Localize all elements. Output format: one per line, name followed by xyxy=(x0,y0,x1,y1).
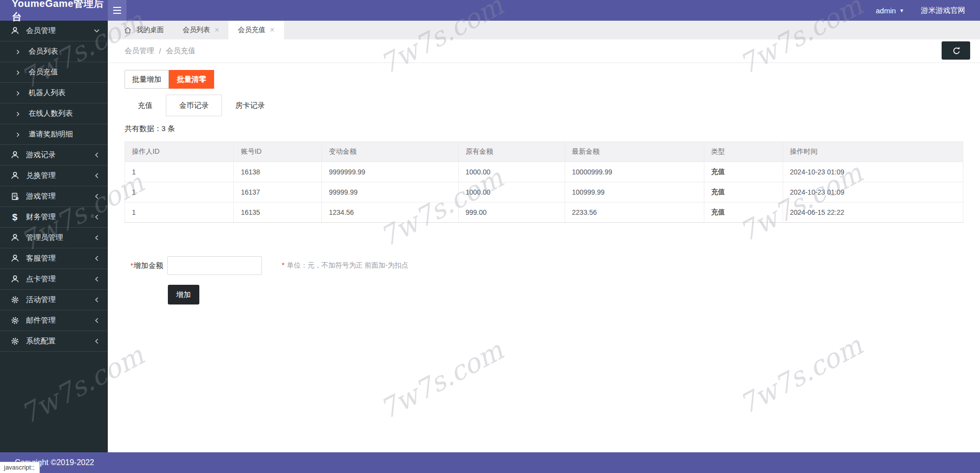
content-panel: 批量增加 批量清零 充值 金币记录 房卡记录 共有数据：3 条 操作人ID 账号… xyxy=(108,63,980,304)
chevron-left-icon xyxy=(93,172,101,180)
column-header: 操作时间 xyxy=(783,142,963,162)
amount-hint: *单位：元，不加符号为正 前面加-为扣点 xyxy=(282,261,408,270)
cell-latest-amount: 100999.99 xyxy=(565,182,704,203)
sidebar-item-exchange-management[interactable]: 兑换管理 xyxy=(0,166,108,186)
cell-change-amount: 99999.99 xyxy=(322,182,459,203)
amount-hint-text: 单位：元，不加符号为正 前面加-为扣点 xyxy=(287,261,409,269)
add-submit-button[interactable]: 增加 xyxy=(168,285,199,304)
topbar: YoumeGame管理后台 admin ▼ 游米游戏官网 xyxy=(0,0,980,21)
cell-operation-time: 2024-10-23 01:09 xyxy=(783,162,963,182)
cell-latest-amount: 10000999.99 xyxy=(565,162,704,182)
sidebar: 会员管理 会员列表 会员充值 机器人列表 在线人数列表 邀请奖励明细 游戏记录 … xyxy=(0,21,108,452)
column-header: 变动金额 xyxy=(322,142,459,162)
submit-row: 增加 xyxy=(168,285,963,304)
card-file-icon xyxy=(10,192,20,202)
browser-status-tooltip: javascript:; xyxy=(0,462,40,473)
sidebar-item-label: 财务管理 xyxy=(26,212,93,222)
table-row: 1 16138 9999999.99 1000.00 10000999.99 充… xyxy=(125,162,963,182)
table-header-row: 操作人ID 账号ID 变动金额 原有金额 最新金额 类型 操作时间 xyxy=(125,142,963,162)
cell-type-badge: 充值 xyxy=(704,162,783,182)
dollar-icon: $ xyxy=(10,212,20,222)
sidebar-item-game-records[interactable]: 游戏记录 xyxy=(0,145,108,166)
sidebar-item-label: 点卡管理 xyxy=(26,274,93,284)
breadcrumb-parent[interactable]: 会员管理 xyxy=(125,46,154,56)
tab-label: 我的桌面 xyxy=(136,26,164,34)
sidebar-item-customer-service-management[interactable]: 客服管理 xyxy=(0,248,108,269)
app-title: YoumeGame管理后台 xyxy=(0,0,108,24)
chevron-right-icon xyxy=(15,131,22,138)
tab-label: 会员充值 xyxy=(238,26,265,34)
add-amount-input[interactable] xyxy=(167,256,262,275)
admin-user-menu[interactable]: admin ▼ xyxy=(876,6,904,15)
sidebar-item-label: 系统配置 xyxy=(26,337,93,346)
tab-roomcard-records[interactable]: 房卡记录 xyxy=(222,95,278,116)
sidebar-item-system-config[interactable]: 系统配置 xyxy=(0,331,108,352)
sidebar-item-finance-management[interactable]: $ 财务管理 xyxy=(0,207,108,228)
chevron-right-icon xyxy=(15,110,22,117)
chevron-left-icon xyxy=(93,193,101,201)
column-header: 操作人ID xyxy=(125,142,234,162)
sidebar-item-label: 邀请奖励明细 xyxy=(29,130,101,139)
home-icon xyxy=(124,26,132,34)
cell-type-badge: 充值 xyxy=(704,203,783,223)
tab-gold-records[interactable]: 金币记录 xyxy=(166,95,222,116)
sidebar-item-label: 会员管理 xyxy=(26,26,93,35)
user-icon xyxy=(10,233,20,243)
column-header: 原有金额 xyxy=(458,142,565,162)
sidebar-item-admin-management[interactable]: 管理员管理 xyxy=(0,228,108,248)
gear-icon xyxy=(10,337,20,346)
batch-add-button[interactable]: 批量增加 xyxy=(125,70,169,89)
tab-member-list[interactable]: 会员列表 × xyxy=(173,21,228,39)
sidebar-item-mail-management[interactable]: 邮件管理 xyxy=(0,310,108,331)
sidebar-item-label: 游戏管理 xyxy=(26,192,93,201)
chevron-left-icon xyxy=(93,275,101,283)
sidebar-item-label: 管理员管理 xyxy=(26,233,93,242)
official-site-link[interactable]: 游米游戏官网 xyxy=(921,6,965,15)
caret-down-icon: ▼ xyxy=(899,8,904,13)
sidebar-item-invite-reward-detail[interactable]: 邀请奖励明细 xyxy=(0,124,108,145)
sidebar-item-member-list[interactable]: 会员列表 xyxy=(0,41,108,62)
hamburger-menu-icon[interactable] xyxy=(108,0,126,21)
sidebar-item-online-users-list[interactable]: 在线人数列表 xyxy=(0,103,108,124)
tab-recharge[interactable]: 充值 xyxy=(125,95,166,116)
tab-member-recharge[interactable]: 会员充值 × xyxy=(228,21,284,39)
sidebar-item-label: 在线人数列表 xyxy=(29,109,101,118)
refresh-button[interactable] xyxy=(942,41,970,60)
sidebar-item-member-management[interactable]: 会员管理 xyxy=(0,21,108,41)
records-table: 操作人ID 账号ID 变动金额 原有金额 最新金额 类型 操作时间 1 1613… xyxy=(125,141,963,223)
batch-toolbar: 批量增加 批量清零 xyxy=(125,70,963,89)
sidebar-item-label: 兑换管理 xyxy=(26,171,93,180)
chevron-down-icon xyxy=(93,27,101,35)
chevron-left-icon xyxy=(93,317,101,325)
column-header: 最新金额 xyxy=(565,142,704,162)
batch-clear-button[interactable]: 批量清零 xyxy=(169,70,214,89)
column-header: 账号ID xyxy=(234,142,322,162)
chevron-right-icon xyxy=(15,48,22,55)
sidebar-item-label: 会员充值 xyxy=(29,68,101,77)
chevron-left-icon xyxy=(93,338,101,345)
chevron-left-icon xyxy=(93,296,101,304)
breadcrumb-current: 会员充值 xyxy=(166,46,195,56)
admin-user-label: admin xyxy=(876,6,896,15)
column-header: 类型 xyxy=(704,142,783,162)
chevron-left-icon xyxy=(93,213,101,221)
cell-operation-time: 2024-10-23 01:09 xyxy=(783,182,963,203)
chevron-left-icon xyxy=(93,234,101,242)
cell-original-amount: 1000.00 xyxy=(458,182,565,203)
user-icon xyxy=(10,150,20,160)
sidebar-item-robot-list[interactable]: 机器人列表 xyxy=(0,83,108,103)
close-icon[interactable]: × xyxy=(215,26,219,34)
sidebar-item-point-card-management[interactable]: 点卡管理 xyxy=(0,269,108,290)
cell-operator-id: 1 xyxy=(125,203,234,223)
cell-original-amount: 1000.00 xyxy=(458,162,565,182)
close-icon[interactable]: × xyxy=(270,26,274,34)
cell-operator-id: 1 xyxy=(125,162,234,182)
tab-my-desktop[interactable]: 我的桌面 xyxy=(114,21,173,39)
sidebar-item-game-management[interactable]: 游戏管理 xyxy=(0,186,108,207)
sidebar-item-activity-management[interactable]: 活动管理 xyxy=(0,290,108,310)
chevron-left-icon xyxy=(93,151,101,159)
cell-original-amount: 999.00 xyxy=(458,203,565,223)
add-amount-label: 增加金额 xyxy=(133,261,163,270)
sidebar-item-member-recharge[interactable]: 会员充值 xyxy=(0,62,108,83)
sidebar-item-label: 邮件管理 xyxy=(26,316,93,325)
